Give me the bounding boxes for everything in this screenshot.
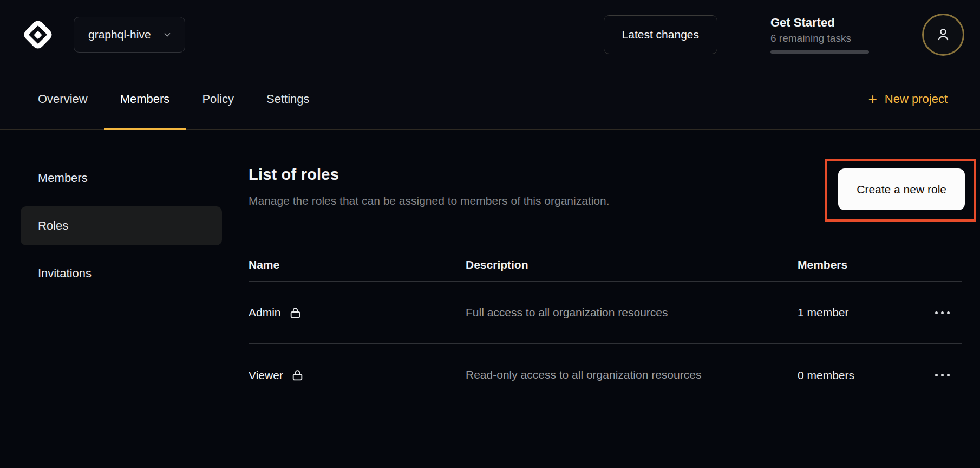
column-header-name: Name	[249, 258, 466, 271]
annotation-highlight-box: Create a new role	[825, 159, 976, 222]
content-header-text: List of roles Manage the roles that can …	[249, 166, 610, 207]
tab-settings[interactable]: Settings	[250, 69, 326, 129]
org-selector-dropdown[interactable]: graphql-hive	[74, 17, 185, 53]
column-header-members: Members	[798, 258, 922, 271]
latest-changes-button[interactable]: Latest changes	[604, 15, 717, 54]
roles-content: List of roles Manage the roles that can …	[249, 130, 962, 468]
sidebar-item-invitations[interactable]: Invitations	[21, 254, 222, 293]
get-started-remaining-tasks: 6 remaining tasks	[770, 32, 869, 44]
ellipsis-icon	[935, 311, 938, 314]
top-bar-right: Latest changes Get Started 6 remaining t…	[604, 14, 964, 56]
app-window: graphql-hive Latest changes Get Started …	[0, 0, 980, 468]
tab-members[interactable]: Members	[104, 69, 186, 129]
sidebar-item-members[interactable]: Members	[21, 159, 222, 198]
row-menu-button[interactable]	[931, 369, 954, 381]
roles-table-header: Name Description Members	[249, 248, 962, 282]
role-name: Admin	[249, 306, 281, 319]
role-description: Full access to all organization resource…	[466, 306, 668, 318]
user-avatar[interactable]	[922, 14, 964, 56]
page-title: List of roles	[249, 166, 610, 184]
table-row-admin: Admin Full access to all organization re…	[249, 282, 962, 344]
table-row-viewer: Viewer Read-only access to all organizat…	[249, 344, 962, 406]
lock-icon	[291, 368, 304, 382]
hive-logo-icon[interactable]	[21, 17, 55, 52]
ellipsis-icon	[935, 374, 938, 376]
person-icon	[935, 26, 952, 43]
chevron-down-icon	[162, 29, 173, 40]
content-header: List of roles Manage the roles that can …	[249, 166, 962, 222]
tab-policy[interactable]: Policy	[186, 69, 250, 129]
get-started-progress-bar	[770, 50, 869, 54]
tab-overview[interactable]: Overview	[22, 69, 104, 129]
get-started-title: Get Started	[770, 16, 869, 30]
top-bar: graphql-hive Latest changes Get Started …	[0, 0, 980, 69]
logo-ring	[22, 18, 54, 50]
lock-icon	[289, 306, 302, 320]
column-header-description: Description	[466, 258, 798, 271]
page-subtitle: Manage the roles that can be assigned to…	[249, 194, 610, 207]
role-member-count: 0 members	[798, 369, 854, 381]
role-member-count: 1 member	[798, 306, 849, 318]
page-body: Members Roles Invitations List of roles …	[0, 130, 980, 468]
sidebar-item-roles[interactable]: Roles	[21, 206, 222, 245]
members-sidebar: Members Roles Invitations	[21, 130, 222, 468]
get-started-widget[interactable]: Get Started 6 remaining tasks	[770, 16, 869, 54]
create-new-role-button[interactable]: Create a new role	[838, 168, 965, 210]
role-description: Read-only access to all organization res…	[466, 368, 701, 381]
row-menu-button[interactable]	[931, 307, 954, 318]
logo-dot	[34, 30, 42, 39]
role-name: Viewer	[249, 369, 283, 382]
plus-icon: +	[868, 92, 877, 107]
new-project-label: New project	[885, 92, 948, 106]
roles-table: Name Description Members Admin Full acce…	[249, 248, 962, 406]
new-project-button[interactable]: + New project	[868, 69, 948, 129]
org-tab-bar: Overview Members Policy Settings + New p…	[0, 69, 980, 130]
org-name: graphql-hive	[88, 28, 151, 41]
